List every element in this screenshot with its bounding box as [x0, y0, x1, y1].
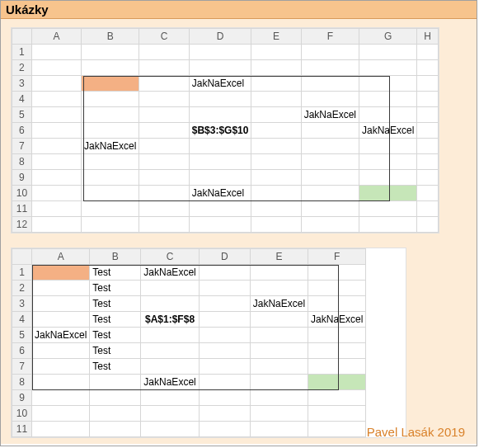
row-header[interactable]: 9	[12, 390, 32, 406]
cell[interactable]	[189, 92, 251, 107]
cell[interactable]	[359, 154, 417, 170]
cell[interactable]	[359, 45, 417, 60]
cell[interactable]	[32, 406, 90, 422]
cell[interactable]	[141, 296, 199, 312]
cell[interactable]	[82, 107, 139, 123]
cell[interactable]	[32, 281, 90, 296]
cell[interactable]	[359, 60, 417, 76]
col-header-E[interactable]: E	[251, 29, 301, 45]
cell[interactable]	[417, 186, 439, 201]
cell[interactable]	[250, 406, 308, 422]
row-header[interactable]: 10	[12, 406, 32, 422]
cell[interactable]	[250, 328, 308, 343]
cell[interactable]	[139, 45, 189, 60]
cell-A1[interactable]	[32, 265, 90, 281]
cell[interactable]	[32, 390, 90, 406]
cell[interactable]	[308, 359, 366, 375]
col-header-D[interactable]: D	[189, 29, 251, 45]
cell[interactable]	[301, 217, 359, 233]
cell[interactable]	[189, 154, 251, 170]
cell[interactable]	[189, 170, 251, 186]
cell[interactable]	[251, 186, 301, 201]
cell-F4[interactable]: JakNaExcel	[308, 312, 366, 328]
cell[interactable]	[31, 107, 81, 123]
row-header[interactable]: 8	[12, 375, 32, 390]
cell-E3[interactable]: JakNaExcel	[250, 296, 308, 312]
row-header[interactable]: 9	[12, 170, 32, 186]
cell[interactable]	[301, 139, 359, 154]
cell[interactable]	[189, 107, 251, 123]
col-header-C[interactable]: C	[139, 29, 189, 45]
row-header[interactable]: 11	[12, 201, 32, 217]
cell-B1[interactable]: Test	[90, 265, 141, 281]
row-header[interactable]: 1	[12, 45, 32, 60]
row-header[interactable]: 5	[12, 107, 32, 123]
row-header[interactable]: 4	[12, 312, 32, 328]
cell[interactable]	[82, 92, 139, 107]
cell-B7[interactable]: JakNaExcel	[82, 139, 139, 154]
cell[interactable]	[301, 92, 359, 107]
cell[interactable]	[308, 265, 366, 281]
row-header[interactable]: 3	[12, 296, 32, 312]
cell[interactable]	[31, 45, 81, 60]
cell[interactable]	[31, 201, 81, 217]
col-header-A[interactable]: A	[32, 249, 90, 265]
cell[interactable]	[189, 201, 251, 217]
cell[interactable]	[90, 375, 141, 390]
row-header[interactable]: 4	[12, 92, 32, 107]
cell[interactable]	[82, 186, 139, 201]
cell[interactable]	[139, 76, 189, 92]
cell[interactable]	[32, 359, 90, 375]
row-header[interactable]: 6	[12, 343, 32, 359]
cell-C1[interactable]: JakNaExcel	[141, 265, 199, 281]
cell[interactable]	[141, 328, 199, 343]
cell[interactable]	[189, 139, 251, 154]
corner-cell[interactable]	[12, 29, 32, 45]
cell-B5[interactable]: Test	[90, 328, 141, 343]
cell[interactable]	[417, 45, 439, 60]
cell[interactable]	[250, 422, 308, 437]
cell[interactable]	[359, 201, 417, 217]
cell[interactable]	[199, 312, 250, 328]
cell[interactable]	[301, 170, 359, 186]
cell[interactable]	[199, 390, 250, 406]
cell[interactable]	[417, 154, 439, 170]
grid-1[interactable]: A B C D E F G H 1 2 3JakNaExcel 4 5JakNa…	[12, 28, 439, 233]
cell[interactable]	[31, 92, 81, 107]
col-header-H[interactable]: H	[417, 29, 439, 45]
row-header[interactable]: 7	[12, 359, 32, 375]
cell-B3[interactable]	[82, 76, 139, 92]
cell[interactable]	[251, 154, 301, 170]
cell[interactable]	[199, 359, 250, 375]
cell[interactable]	[139, 154, 189, 170]
cell[interactable]	[90, 406, 141, 422]
cell[interactable]	[359, 76, 417, 92]
cell-G6[interactable]: JakNaExcel	[359, 123, 417, 139]
cell[interactable]	[82, 45, 139, 60]
cell[interactable]	[301, 45, 359, 60]
cell-B7[interactable]: Test	[90, 359, 141, 375]
cell[interactable]	[301, 154, 359, 170]
cell[interactable]	[31, 217, 81, 233]
cell-C8[interactable]: JakNaExcel	[141, 375, 199, 390]
row-header[interactable]: 1	[12, 265, 32, 281]
cell[interactable]	[141, 406, 199, 422]
cell[interactable]	[141, 281, 199, 296]
row-header[interactable]: 12	[12, 217, 32, 233]
cell[interactable]	[139, 217, 189, 233]
cell[interactable]	[31, 123, 81, 139]
cell-range-label[interactable]: $B$3:$G$10	[189, 123, 251, 139]
cell[interactable]	[251, 107, 301, 123]
cell[interactable]	[417, 170, 439, 186]
cell-B2[interactable]: Test	[90, 281, 141, 296]
cell[interactable]	[141, 359, 199, 375]
cell[interactable]	[251, 170, 301, 186]
cell[interactable]	[32, 422, 90, 437]
cell[interactable]	[301, 60, 359, 76]
cell[interactable]	[359, 107, 417, 123]
cell[interactable]	[308, 422, 366, 437]
cell[interactable]	[189, 45, 251, 60]
cell[interactable]	[250, 281, 308, 296]
cell[interactable]	[251, 45, 301, 60]
cell[interactable]	[251, 76, 301, 92]
